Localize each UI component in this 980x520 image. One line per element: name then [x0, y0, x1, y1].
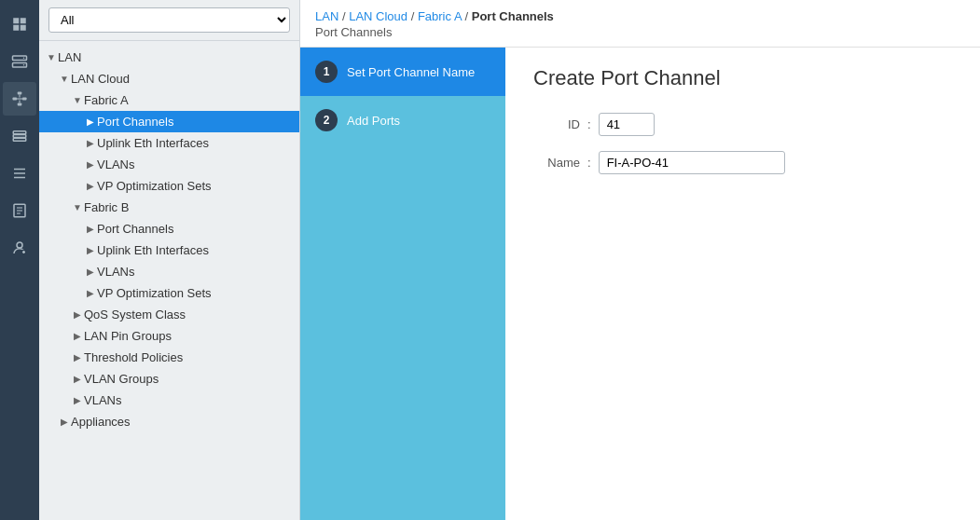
svg-point-3	[23, 64, 25, 66]
arrow-threshold-policies: ▶	[71, 351, 84, 364]
form-name-colon: :	[587, 156, 591, 170]
bc-sep2: /	[411, 9, 418, 23]
form-id-input[interactable]	[599, 113, 655, 136]
tree-label-fabric-a: Fabric A	[84, 93, 294, 107]
arrow-port-channels-b: ▶	[84, 223, 97, 236]
tree-item-vlans-b[interactable]: ▶ VLANs	[39, 261, 299, 282]
arrow-fabric-b: ▼	[71, 201, 84, 214]
tree-label-appliances: Appliances	[71, 415, 294, 429]
tree-item-lan[interactable]: ▼ LAN	[39, 47, 299, 68]
step-label-1: Set Port Channel Name	[347, 65, 475, 79]
tree-item-uplink-eth-a[interactable]: ▶ Uplink Eth Interfaces	[39, 132, 299, 154]
bc-fabric-a[interactable]: Fabric A	[418, 9, 462, 23]
tree-item-vp-opt-a[interactable]: ▶ VP Optimization Sets	[39, 175, 299, 197]
network-icon[interactable]	[3, 82, 36, 116]
svg-rect-7	[22, 98, 27, 101]
tree-label-port-channels-b: Port Channels	[97, 222, 294, 236]
tree-body: ▼ LAN ▼ LAN Cloud ▼ Fabric A ▶ Port Chan…	[39, 41, 299, 520]
tree-label-fabric-b: Fabric B	[84, 200, 294, 214]
tree-item-uplink-eth-b[interactable]: ▶ Uplink Eth Interfaces	[39, 239, 299, 261]
tree-item-lan-cloud[interactable]: ▼ LAN Cloud	[39, 68, 299, 89]
tree-item-vlan-groups[interactable]: ▶ VLAN Groups	[39, 368, 299, 390]
arrow-qos-system: ▶	[71, 308, 84, 322]
icon-sidebar	[0, 0, 39, 520]
tree-item-port-channels-a[interactable]: ▶ Port Channels	[39, 111, 299, 132]
arrow-vlans-main: ▶	[71, 394, 84, 407]
user-icon[interactable]	[3, 231, 36, 265]
breadcrumb-bar: LAN / LAN Cloud / Fabric A / Port Channe…	[300, 0, 980, 48]
policy-icon[interactable]	[3, 194, 36, 227]
dashboard-icon[interactable]	[3, 7, 36, 41]
tree-item-fabric-a[interactable]: ▼ Fabric A	[39, 89, 299, 111]
tree-label-port-channels-a: Port Channels	[97, 115, 294, 129]
form-row-name: Name :	[533, 151, 952, 174]
tree-label-lan-cloud: LAN Cloud	[71, 72, 294, 86]
svg-rect-5	[18, 103, 22, 106]
tree-label-lan: LAN	[58, 50, 294, 64]
breadcrumb-sub: Port Channels	[315, 25, 965, 43]
tree-label-vlan-groups: VLAN Groups	[84, 372, 294, 386]
tree-label-qos-system: QoS System Class	[84, 308, 294, 322]
form-id-label: ID	[533, 117, 580, 131]
storage-icon[interactable]	[3, 119, 36, 153]
arrow-vp-opt-a: ▶	[84, 180, 97, 193]
list-icon[interactable]	[3, 157, 36, 190]
bc-sep3: /	[464, 9, 471, 23]
tree-item-lan-pin-groups[interactable]: ▶ LAN Pin Groups	[39, 325, 299, 347]
svg-point-2	[23, 58, 25, 60]
tree-item-threshold-policies[interactable]: ▶ Threshold Policies	[39, 347, 299, 368]
arrow-lan-pin-groups: ▶	[71, 330, 84, 343]
tree-item-appliances[interactable]: ▶ Appliances	[39, 411, 299, 432]
svg-point-22	[17, 242, 22, 248]
arrow-uplink-eth-a: ▶	[84, 137, 97, 150]
tree-item-qos-system[interactable]: ▶ QoS System Class	[39, 304, 299, 325]
breadcrumb: LAN / LAN Cloud / Fabric A / Port Channe…	[315, 9, 965, 23]
server-icon[interactable]	[3, 45, 36, 78]
tree-label-vlans-a: VLANs	[97, 157, 294, 171]
arrow-lan-cloud: ▼	[58, 73, 71, 86]
tree-panel: All ▼ LAN ▼ LAN Cloud ▼ Fabric A ▶ Port …	[39, 0, 300, 520]
tree-item-vlans-a[interactable]: ▶ VLANs	[39, 154, 299, 175]
step-num-2: 2	[315, 109, 338, 131]
arrow-fabric-a: ▼	[71, 94, 84, 107]
svg-rect-6	[13, 98, 18, 101]
form-row-id: ID :	[533, 113, 952, 136]
arrow-uplink-eth-b: ▶	[84, 244, 97, 257]
bc-lan[interactable]: LAN	[315, 9, 338, 23]
arrow-vlan-groups: ▶	[71, 373, 84, 386]
arrow-appliances: ▶	[58, 416, 71, 429]
form-name-input[interactable]	[599, 151, 785, 174]
tree-filter-header: All	[39, 0, 299, 41]
arrow-lan: ▼	[45, 51, 58, 64]
tree-item-port-channels-b[interactable]: ▶ Port Channels	[39, 218, 299, 239]
svg-rect-13	[13, 135, 26, 138]
main-area: LAN / LAN Cloud / Fabric A / Port Channe…	[300, 0, 980, 520]
arrow-vp-opt-b: ▶	[84, 287, 97, 300]
form-name-label: Name	[533, 156, 580, 170]
tree-label-uplink-eth-b: Uplink Eth Interfaces	[97, 243, 294, 257]
bc-port-channels: Port Channels	[472, 9, 554, 23]
tree-item-vp-opt-b[interactable]: ▶ VP Optimization Sets	[39, 282, 299, 304]
tree-label-vlans-b: VLANs	[97, 265, 294, 279]
svg-rect-12	[13, 131, 26, 134]
wizard-step-1[interactable]: 1 Set Port Channel Name	[300, 48, 505, 96]
tree-label-vp-opt-b: VP Optimization Sets	[97, 286, 294, 300]
tree-label-threshold-policies: Threshold Policies	[84, 350, 294, 364]
tree-label-vlans-main: VLANs	[84, 393, 294, 407]
wizard-step-2[interactable]: 2 Add Ports	[300, 96, 505, 144]
content-body: 1 Set Port Channel Name 2 Add Ports Crea…	[300, 48, 980, 520]
tree-label-uplink-eth-a: Uplink Eth Interfaces	[97, 136, 294, 150]
tree-label-lan-pin-groups: LAN Pin Groups	[84, 329, 294, 343]
step-num-1: 1	[315, 61, 338, 83]
tree-item-fabric-b[interactable]: ▼ Fabric B	[39, 197, 299, 218]
bc-lan-cloud[interactable]: LAN Cloud	[349, 9, 407, 23]
step-label-2: Add Ports	[347, 114, 400, 128]
svg-rect-14	[13, 138, 26, 141]
tree-filter-select[interactable]: All	[48, 7, 290, 33]
form-title: Create Port Channel	[533, 66, 952, 90]
arrow-port-channels-a: ▶	[84, 116, 97, 129]
form-id-colon: :	[587, 117, 591, 131]
tree-item-vlans-main[interactable]: ▶ VLANs	[39, 390, 299, 411]
arrow-vlans-a: ▶	[84, 158, 97, 171]
svg-rect-4	[18, 92, 22, 95]
